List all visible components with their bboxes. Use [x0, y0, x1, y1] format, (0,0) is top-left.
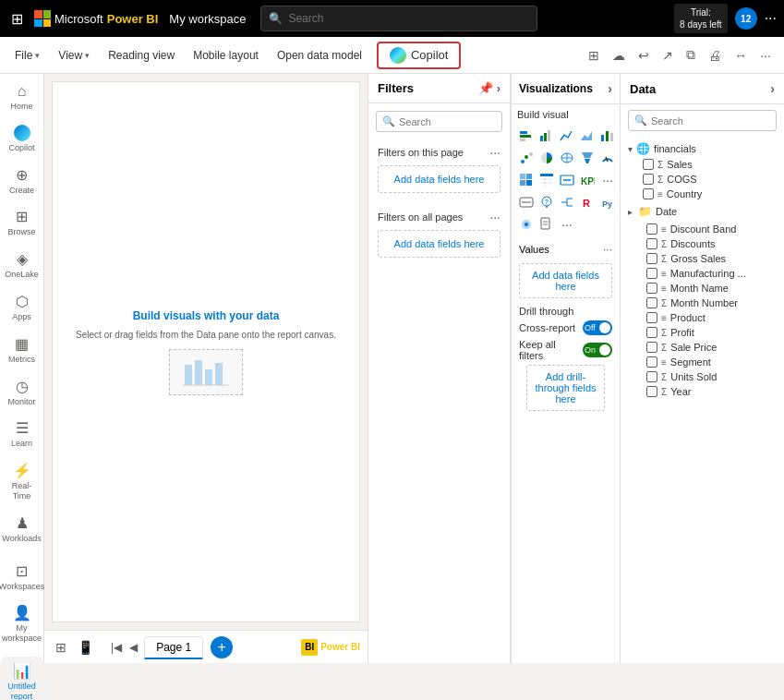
filter-search-input[interactable] — [399, 116, 496, 127]
sidebar-item-copilot[interactable]: Copilot — [2, 119, 42, 159]
sidebar-item-monitor[interactable]: ◷ Monitor — [2, 372, 42, 413]
keep-filters-toggle[interactable]: On — [583, 343, 612, 357]
viz-icon-qna[interactable]: ? — [537, 193, 556, 211]
sidebar-item-browse[interactable]: ⊞ Browse — [2, 202, 42, 243]
tree-item-country[interactable]: ≡ Country — [643, 187, 777, 201]
ribbon-mobile-layout[interactable]: Mobile layout — [186, 45, 266, 66]
tree-item-sale-price[interactable]: Σ Sale Price — [628, 340, 777, 355]
sidebar-item-workloads[interactable]: ♟ Workloads — [2, 509, 42, 549]
profit-checkbox[interactable] — [646, 327, 657, 338]
tree-item-segment[interactable]: ≡ Segment — [628, 355, 777, 369]
sidebar-item-untitled[interactable]: 📊 Untitled report — [2, 657, 42, 700]
viz-icon-paginated[interactable] — [537, 215, 556, 234]
ribbon-icon-2[interactable]: ☁ — [607, 44, 631, 66]
discount-band-checkbox[interactable] — [646, 223, 657, 235]
cogs-checkbox[interactable] — [643, 174, 654, 185]
viz-icon-r[interactable]: R — [578, 193, 597, 211]
viz-icon-cluster-bar[interactable] — [537, 126, 556, 144]
data-search-box[interactable]: 🔍 — [628, 110, 777, 131]
viz-icon-ai[interactable] — [517, 215, 536, 234]
ribbon-open-data-model[interactable]: Open data model — [270, 45, 369, 66]
global-search-box[interactable]: 🔍 — [260, 6, 537, 31]
gross-sales-checkbox[interactable] — [646, 253, 657, 264]
viz-icon-bar[interactable] — [517, 126, 536, 144]
viz-icon-matrix[interactable] — [517, 171, 536, 189]
date-header[interactable]: ▸ 📁 Date — [628, 203, 777, 220]
viz-icon-pie[interactable] — [537, 149, 556, 167]
drill-add-btn[interactable]: Add drill-through fields here — [526, 365, 605, 411]
sale-price-checkbox[interactable] — [646, 342, 657, 353]
tree-item-cogs[interactable]: Σ COGS — [643, 172, 777, 187]
tree-item-month-number[interactable]: Σ Month Number — [628, 296, 777, 310]
tree-item-sales[interactable]: Σ Sales — [643, 157, 777, 172]
search-input[interactable] — [288, 12, 529, 25]
filter-add-all-pages[interactable]: Add data fields here — [378, 230, 501, 258]
tree-item-product[interactable]: ≡ Product — [628, 310, 777, 325]
ribbon-icon-7[interactable]: ↔ — [729, 44, 753, 66]
tree-item-manufacturing[interactable]: ≡ Manufacturing ... — [628, 266, 777, 281]
viz-icon-py[interactable]: Py — [598, 193, 617, 211]
product-checkbox[interactable] — [646, 312, 657, 323]
cross-report-toggle[interactable]: Off — [583, 320, 612, 335]
sidebar-item-myworkspace[interactable]: 👤 My workspace — [2, 598, 42, 649]
waffle-icon[interactable]: ⊞ — [7, 6, 27, 31]
viz-icon-decomptree[interactable] — [558, 193, 576, 211]
tree-item-month-name[interactable]: ≡ Month Name — [628, 281, 777, 296]
sidebar-item-metrics[interactable]: ▦ Metrics — [2, 330, 42, 370]
manufacturing-checkbox[interactable] — [646, 268, 657, 279]
values-add-btn[interactable]: Add data fields here — [519, 263, 612, 298]
filter-this-page-dots[interactable]: ··· — [489, 145, 501, 160]
data-expand-icon[interactable]: › — [770, 81, 775, 96]
filters-pin-icon[interactable]: 📌 — [478, 81, 493, 95]
ribbon-icon-3[interactable]: ↩ — [633, 44, 655, 66]
tree-item-profit[interactable]: Σ Profit — [628, 325, 777, 340]
segment-checkbox[interactable] — [646, 356, 657, 368]
ribbon-view[interactable]: View ▾ — [51, 45, 97, 66]
viz-icon-more2[interactable]: ··· — [558, 215, 576, 234]
copilot-button[interactable]: Copilot — [377, 42, 461, 69]
ribbon-icon-4[interactable]: ↗ — [657, 44, 679, 66]
filter-add-this-page[interactable]: Add data fields here — [378, 165, 501, 193]
units-sold-checkbox[interactable] — [646, 371, 657, 382]
viz-icon-funnel[interactable] — [578, 149, 597, 167]
sidebar-item-workspaces[interactable]: ⊡ Workspaces — [2, 557, 42, 597]
tree-item-discounts[interactable]: Σ Discounts — [628, 236, 777, 251]
tree-item-discount-band[interactable]: ≡ Discount Band — [628, 222, 777, 236]
sidebar-item-realtime[interactable]: ⚡ Real-Time — [2, 456, 42, 507]
ribbon-icon-5[interactable]: ⧉ — [681, 43, 701, 66]
month-name-checkbox[interactable] — [646, 283, 657, 294]
topbar-more-icon[interactable]: ··· — [765, 10, 777, 27]
sidebar-item-apps[interactable]: ⬡ Apps — [2, 287, 42, 328]
country-checkbox[interactable] — [643, 188, 654, 199]
tree-item-gross-sales[interactable]: Σ Gross Sales — [628, 251, 777, 266]
ribbon-file[interactable]: File ▾ — [7, 45, 47, 66]
values-dots[interactable]: ··· — [603, 243, 612, 256]
viz-icon-kpi[interactable]: KPI — [578, 171, 597, 189]
filters-expand-icon[interactable]: › — [497, 81, 501, 95]
viz-icon-gauge[interactable] — [598, 149, 617, 167]
ribbon-icon-1[interactable]: ⊞ — [583, 44, 605, 66]
discounts-checkbox[interactable] — [646, 238, 657, 249]
sales-checkbox[interactable] — [643, 159, 654, 170]
viz-icon-area[interactable] — [578, 126, 597, 144]
viz-icon-slicer[interactable] — [517, 193, 536, 211]
sidebar-item-onelake[interactable]: ◈ OneLake — [2, 245, 42, 285]
viz-icon-more[interactable]: ··· — [598, 171, 617, 189]
add-page-button[interactable]: + — [211, 636, 233, 658]
page-mobile-icon[interactable]: 📱 — [74, 638, 97, 657]
viz-icon-table[interactable] — [537, 171, 556, 189]
filter-search-box[interactable]: 🔍 — [376, 111, 502, 132]
viz-expand-icon[interactable]: › — [608, 81, 612, 96]
filter-all-pages-dots[interactable]: ··· — [489, 210, 501, 224]
sidebar-item-learn[interactable]: ☰ Learn — [2, 414, 42, 454]
year-checkbox[interactable] — [646, 386, 657, 397]
page1-tab[interactable]: Page 1 — [144, 636, 203, 659]
sidebar-item-home[interactable]: ⌂ Home — [2, 78, 42, 117]
avatar[interactable]: 12 — [735, 7, 757, 30]
financials-header[interactable]: ▾ 🌐 financials — [628, 140, 777, 157]
nav-prev-prev[interactable]: |◀ — [108, 639, 125, 656]
viz-icon-map[interactable] — [558, 149, 576, 167]
month-number-checkbox[interactable] — [646, 297, 657, 308]
viz-icon-line[interactable] — [558, 126, 576, 144]
data-search-input[interactable] — [651, 115, 770, 127]
